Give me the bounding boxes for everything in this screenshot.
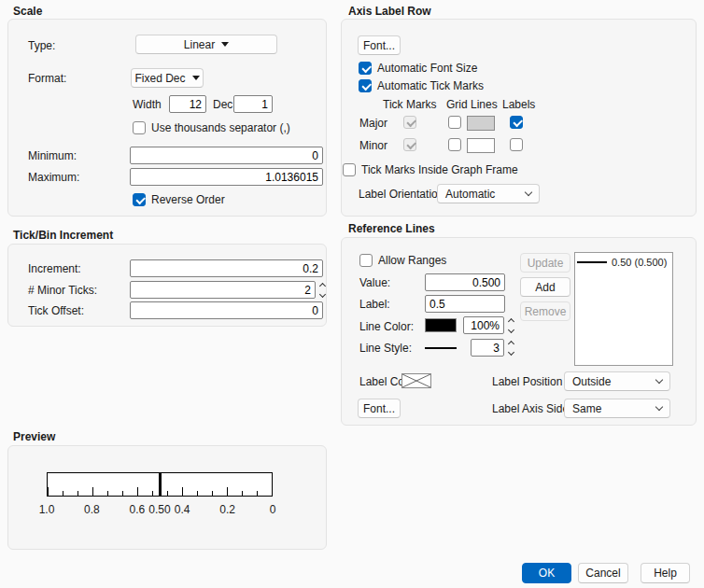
dropdown-arrow-icon — [192, 76, 200, 80]
line-opacity-spinner[interactable] — [506, 319, 515, 332]
minor-ticks-label: # Minor Ticks: — [28, 284, 97, 298]
type-label: Type: — [28, 39, 55, 53]
type-dropdown-value: Linear — [184, 38, 215, 51]
minor-ticks-input[interactable] — [130, 281, 316, 299]
auto-font-size-label: Automatic Font Size — [377, 62, 477, 75]
ref-font-button[interactable]: Font... — [358, 399, 401, 418]
reference-lines-list[interactable]: 0.50 (0.500) — [574, 252, 673, 366]
axis-tick-label: 0.8 — [84, 503, 100, 516]
ref-value-input[interactable] — [425, 273, 505, 291]
reverse-order-checkbox[interactable] — [133, 193, 146, 206]
axis-tick-label: 1.0 — [39, 503, 55, 516]
cancel-button[interactable]: Cancel — [578, 563, 628, 583]
spinner-up-icon[interactable] — [507, 318, 514, 325]
maximum-label: Maximum: — [28, 171, 79, 185]
label-position-combo[interactable]: Outside — [564, 371, 670, 391]
thousands-separator-label: Use thousands separator (,) — [151, 121, 290, 134]
line-opacity-input[interactable] — [463, 316, 504, 334]
format-dropdown[interactable]: Fixed Dec — [131, 68, 204, 88]
reverse-order-label: Reverse Order — [151, 193, 225, 206]
auto-font-size-checkbox[interactable] — [359, 62, 372, 75]
scale-group-title: Scale — [13, 5, 42, 18]
ok-button[interactable]: OK — [522, 563, 571, 583]
label-color-swatch[interactable] — [401, 373, 431, 388]
axis-tick-label: 0.4 — [175, 503, 190, 516]
minor-grid-style-swatch[interactable] — [467, 138, 495, 153]
major-grid-lines-checkbox[interactable] — [448, 116, 461, 129]
thousands-separator-checkbox[interactable] — [133, 121, 146, 134]
col-header-labels: Labels — [502, 98, 535, 111]
major-tick-marks-checkbox[interactable] — [403, 116, 416, 129]
axis-settings-dialog: Scale Type: Linear Format: Fixed Dec Wid… — [0, 0, 704, 588]
preview-group — [7, 445, 327, 550]
label-orientation-combo[interactable]: Automatic — [437, 184, 540, 203]
spinner-down-icon[interactable] — [507, 327, 514, 333]
ticks-inside-frame-checkbox-row[interactable]: Tick Marks Inside Graph Frame — [343, 162, 518, 177]
ref-label-input[interactable] — [425, 295, 505, 313]
spinner-up-icon[interactable] — [507, 341, 514, 347]
chevron-down-icon — [525, 189, 532, 196]
maximum-input[interactable] — [130, 168, 323, 186]
chevron-down-icon — [655, 376, 663, 384]
minor-grid-lines-checkbox[interactable] — [448, 138, 461, 151]
allow-ranges-label: Allow Ranges — [378, 254, 446, 267]
spinner-down-icon[interactable] — [507, 349, 514, 356]
minimum-input[interactable] — [130, 147, 323, 164]
line-width-spinner[interactable] — [506, 342, 515, 355]
format-label: Format: — [28, 72, 66, 86]
increment-input[interactable] — [130, 259, 323, 277]
list-item-label: 0.50 (0.500) — [612, 257, 667, 268]
dec-label: Dec — [213, 98, 232, 112]
label-position-value: Outside — [572, 375, 611, 388]
ticks-inside-frame-checkbox[interactable] — [343, 163, 356, 176]
axis-tick-label: 0.6 — [129, 503, 145, 516]
line-width-input[interactable] — [471, 339, 504, 357]
reverse-order-checkbox-row[interactable]: Reverse Order — [133, 192, 225, 207]
line-style-label: Line Style: — [359, 342, 412, 356]
minimum-label: Minimum: — [28, 149, 77, 163]
ref-value-label: Value: — [359, 276, 390, 290]
ticks-inside-frame-label: Tick Marks Inside Graph Frame — [361, 163, 518, 176]
label-orientation-label: Label Orientation: — [359, 188, 447, 202]
update-button[interactable]: Update — [520, 253, 570, 273]
allow-ranges-checkbox-row[interactable]: Allow Ranges — [359, 253, 446, 268]
spinner-down-icon[interactable] — [318, 291, 325, 298]
reference-line-label: 0.50 — [148, 503, 170, 516]
line-style-sample[interactable] — [425, 347, 457, 349]
width-input[interactable] — [169, 95, 206, 113]
line-color-swatch[interactable] — [425, 318, 457, 332]
remove-button[interactable]: Remove — [520, 301, 570, 321]
ref-label-label: Label: — [359, 298, 390, 312]
label-axis-side-label: Label Axis Side — [492, 402, 569, 416]
spinner-up-icon[interactable] — [318, 283, 325, 289]
minor-row-label: Minor — [359, 139, 387, 153]
auto-tick-marks-label: Automatic Tick Marks — [377, 79, 484, 92]
dec-input[interactable] — [233, 95, 273, 113]
allow-ranges-checkbox[interactable] — [359, 254, 373, 267]
minor-tick-marks-checkbox[interactable] — [403, 138, 416, 151]
auto-tick-marks-checkbox[interactable] — [359, 79, 372, 92]
minor-labels-checkbox[interactable] — [510, 138, 523, 151]
major-grid-style-swatch[interactable] — [467, 116, 495, 131]
axis-tick-label: 0 — [270, 503, 276, 516]
label-axis-side-combo[interactable]: Same — [564, 399, 670, 418]
reference-line — [159, 473, 162, 496]
col-header-tick-marks: Tick Marks — [383, 98, 437, 111]
major-row-label: Major — [359, 117, 387, 131]
line-color-label: Line Color: — [359, 320, 414, 334]
list-item[interactable]: 0.50 (0.500) — [575, 253, 672, 268]
add-button[interactable]: Add — [520, 277, 570, 297]
tick-offset-input[interactable] — [130, 301, 323, 319]
auto-tick-marks-checkbox-row[interactable]: Automatic Tick Marks — [359, 78, 484, 93]
thousands-separator-checkbox-row[interactable]: Use thousands separator (,) — [133, 120, 290, 135]
type-dropdown[interactable]: Linear — [135, 35, 277, 54]
major-labels-checkbox[interactable] — [510, 116, 523, 129]
axis-font-button[interactable]: Font... — [358, 35, 401, 55]
tick-offset-label: Tick Offset: — [28, 304, 84, 318]
help-button[interactable]: Help — [641, 563, 690, 583]
no-color-x-icon — [402, 374, 430, 387]
auto-font-size-checkbox-row[interactable]: Automatic Font Size — [359, 61, 477, 76]
preview-group-title: Preview — [13, 430, 55, 443]
minor-ticks-spinner[interactable] — [317, 284, 327, 297]
dropdown-arrow-icon — [221, 42, 229, 47]
